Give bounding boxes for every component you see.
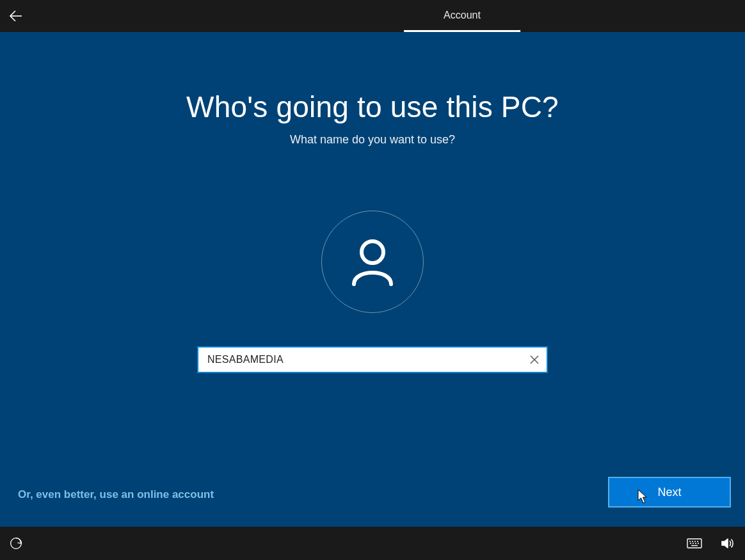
tab-account[interactable]: Account bbox=[404, 0, 520, 32]
volume-button[interactable] bbox=[718, 534, 737, 553]
ease-of-access-button[interactable] bbox=[6, 534, 26, 553]
user-avatar-icon bbox=[344, 233, 401, 291]
keyboard-icon bbox=[687, 538, 702, 548]
title-bar: Account bbox=[0, 0, 745, 32]
svg-point-1 bbox=[362, 241, 383, 263]
volume-icon bbox=[721, 537, 735, 550]
back-button[interactable] bbox=[0, 0, 32, 32]
step-tabs: Account bbox=[225, 0, 520, 32]
on-screen-keyboard-button[interactable] bbox=[685, 534, 704, 553]
page-title: Who's going to use this PC? bbox=[0, 90, 745, 124]
main-panel: Who's going to use this PC? What name do… bbox=[0, 32, 745, 527]
name-field bbox=[197, 346, 548, 373]
status-bar bbox=[0, 527, 745, 560]
next-button-label: Next bbox=[657, 486, 681, 499]
svg-rect-5 bbox=[687, 539, 701, 548]
page-subtitle: What name do you want to use? bbox=[0, 133, 745, 147]
clear-input-button[interactable] bbox=[521, 346, 548, 373]
tab-account-label: Account bbox=[444, 10, 481, 21]
clear-x-icon bbox=[529, 355, 540, 365]
name-input[interactable] bbox=[197, 346, 548, 373]
use-online-account-link[interactable]: Or, even better, use an online account bbox=[18, 488, 214, 501]
back-arrow-icon bbox=[8, 8, 24, 24]
user-avatar bbox=[321, 211, 424, 313]
ease-of-access-icon bbox=[10, 537, 22, 550]
next-button[interactable]: Next bbox=[608, 477, 731, 508]
